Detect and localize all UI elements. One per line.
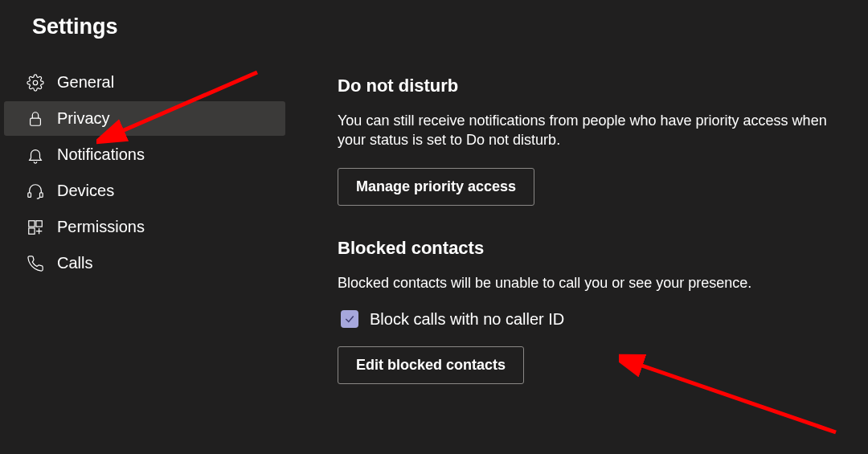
sidebar-item-privacy[interactable]: Privacy — [4, 101, 285, 136]
sidebar-item-label: General — [57, 73, 114, 92]
apps-icon — [27, 219, 44, 236]
sidebar-item-label: Devices — [57, 182, 114, 200]
sidebar-item-label: Calls — [57, 254, 92, 272]
sidebar-item-general[interactable]: General — [4, 65, 285, 100]
svg-rect-6 — [29, 227, 35, 233]
lock-icon — [27, 110, 44, 128]
phone-icon — [27, 255, 44, 272]
settings-nav-list: General Privacy Notifications Devices — [0, 65, 289, 280]
svg-rect-4 — [29, 220, 35, 226]
block-no-caller-id-row: Block calls with no caller ID — [341, 310, 852, 329]
edit-blocked-contacts-button[interactable]: Edit blocked contacts — [338, 346, 524, 384]
page-title: Settings — [0, 14, 289, 63]
settings-sidebar: Settings General Privacy Notifications — [0, 0, 289, 454]
block-no-caller-id-label: Block calls with no caller ID — [370, 310, 564, 329]
manage-priority-access-button[interactable]: Manage priority access — [338, 168, 534, 206]
dnd-section: Do not disturb You can still receive not… — [338, 76, 852, 206]
headset-icon — [27, 182, 44, 200]
sidebar-item-devices[interactable]: Devices — [4, 174, 285, 208]
svg-rect-1 — [31, 118, 41, 125]
svg-rect-3 — [40, 192, 43, 197]
sidebar-item-permissions[interactable]: Permissions — [4, 210, 285, 244]
settings-main: Do not disturb You can still receive not… — [289, 0, 868, 454]
sidebar-item-notifications[interactable]: Notifications — [4, 137, 285, 172]
svg-rect-5 — [36, 220, 42, 226]
blocked-contacts-section: Blocked contacts Blocked contacts will b… — [338, 238, 852, 384]
block-no-caller-id-checkbox[interactable] — [341, 310, 358, 328]
sidebar-item-label: Privacy — [57, 109, 110, 128]
svg-point-0 — [33, 80, 38, 85]
bell-icon — [27, 146, 44, 164]
svg-rect-2 — [28, 192, 31, 197]
sidebar-item-calls[interactable]: Calls — [4, 246, 285, 280]
gear-icon — [27, 74, 44, 92]
dnd-description: You can still receive notifications from… — [338, 111, 852, 150]
sidebar-item-label: Notifications — [57, 145, 145, 164]
blocked-description: Blocked contacts will be unable to call … — [338, 273, 852, 292]
dnd-title: Do not disturb — [338, 76, 852, 96]
sidebar-item-label: Permissions — [57, 218, 145, 236]
blocked-title: Blocked contacts — [338, 238, 852, 259]
